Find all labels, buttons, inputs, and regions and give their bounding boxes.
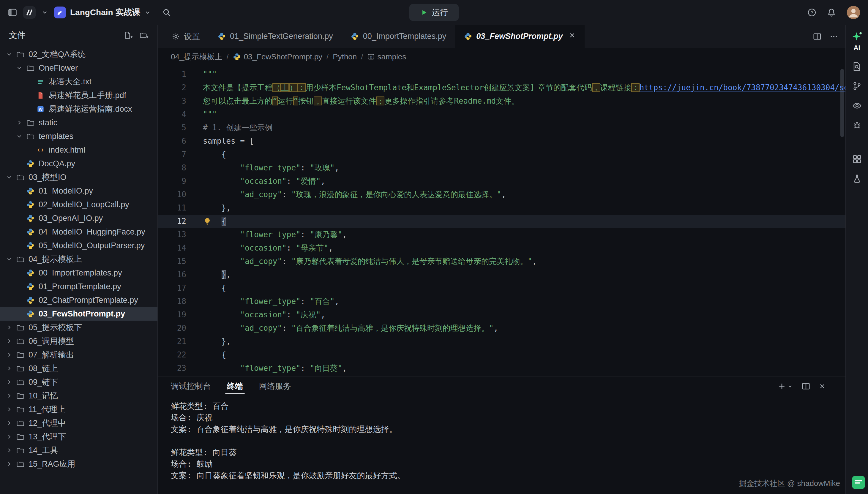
line-number[interactable]: 12 bbox=[158, 215, 191, 228]
tree-item[interactable]: W易速鲜花运营指南.docx bbox=[0, 102, 158, 116]
tree-item[interactable]: 09_链下 bbox=[0, 375, 158, 389]
source-control-icon[interactable] bbox=[852, 81, 862, 91]
tree-item[interactable]: 02_ChatPromptTemplate.py bbox=[0, 293, 158, 307]
code-line[interactable]: 17 { bbox=[158, 282, 845, 295]
line-number[interactable]: 17 bbox=[158, 282, 191, 295]
tree-item[interactable]: 04_提示模板上 bbox=[0, 252, 158, 266]
tree-item[interactable]: 01_ModelIO.py bbox=[0, 184, 158, 198]
line-number[interactable]: 14 bbox=[158, 241, 191, 255]
tree-item[interactable]: 14_工具 bbox=[0, 443, 158, 457]
split-panel-icon[interactable] bbox=[801, 382, 810, 391]
code-line[interactable]: 2本文件是【提示工程（上）：用少样本FewShotTemplate和Exampl… bbox=[158, 81, 845, 94]
line-number[interactable]: 21 bbox=[158, 335, 191, 348]
code-line[interactable]: 23 "flower_type": "向日葵", bbox=[158, 362, 845, 375]
code-line[interactable]: 6samples = [ bbox=[158, 134, 845, 148]
line-number[interactable]: 11 bbox=[158, 201, 191, 215]
code-line[interactable]: 7 { bbox=[158, 148, 845, 161]
line-number[interactable]: 8 bbox=[158, 161, 191, 174]
line-number[interactable]: 9 bbox=[158, 174, 191, 188]
line-number[interactable]: 13 bbox=[158, 228, 191, 241]
panel-toggle-icon[interactable] bbox=[8, 8, 17, 17]
tree-item[interactable]: 花语大全.txt bbox=[0, 75, 158, 89]
ai-assistant-button[interactable]: AI bbox=[851, 31, 863, 52]
code-line[interactable]: 16 }, bbox=[158, 268, 845, 282]
tree-item[interactable]: 02_文档QA系统 bbox=[0, 48, 158, 61]
tree-item[interactable]: 07_解析输出 bbox=[0, 348, 158, 362]
line-number[interactable]: 5 bbox=[158, 121, 191, 134]
code-line[interactable]: 9 "occasion": "爱情", bbox=[158, 174, 845, 188]
breadcrumb-item[interactable]: @samples bbox=[367, 52, 406, 61]
code-line[interactable]: 18 "flower_type": "百合", bbox=[158, 295, 845, 308]
user-avatar[interactable] bbox=[847, 6, 860, 19]
line-number[interactable]: 23 bbox=[158, 362, 191, 375]
tree-item[interactable]: index.html bbox=[0, 143, 158, 157]
breadcrumb-item[interactable]: 03_FewShotPrompt.py bbox=[233, 52, 322, 61]
code-line[interactable]: 14 "occasion": "母亲节", bbox=[158, 241, 845, 255]
code-line[interactable]: 12 { bbox=[158, 215, 845, 228]
line-number[interactable]: 18 bbox=[158, 295, 191, 308]
breadcrumb-item[interactable]: 04_提示模板上 bbox=[171, 52, 222, 62]
tree-item[interactable]: 03_模型IO bbox=[0, 170, 158, 184]
test-flask-icon[interactable] bbox=[852, 174, 862, 184]
tree-item[interactable]: 03_OpenAI_IO.py bbox=[0, 211, 158, 225]
project-switcher[interactable]: LangChain 实战课 bbox=[54, 6, 151, 18]
line-number[interactable]: 4 bbox=[158, 108, 191, 121]
tree-item[interactable]: DocQA.py bbox=[0, 157, 158, 170]
tree-item[interactable]: 10_记忆 bbox=[0, 389, 158, 402]
tree-item[interactable]: 00_ImportTemplates.py bbox=[0, 266, 158, 280]
breadcrumb-item[interactable]: Python bbox=[333, 52, 357, 61]
code-line[interactable]: 15 "ad_copy": "康乃馨代表着母爱的纯洁与伟大，是母亲节赠送给母亲的… bbox=[158, 255, 845, 268]
line-number[interactable]: 1 bbox=[158, 68, 191, 81]
line-number[interactable]: 20 bbox=[158, 322, 191, 335]
preview-eye-icon[interactable] bbox=[852, 101, 862, 111]
bell-icon[interactable] bbox=[827, 8, 836, 17]
tree-item[interactable]: templates bbox=[0, 130, 158, 143]
line-number[interactable]: 3 bbox=[158, 94, 191, 108]
tree-item[interactable]: 05_ModelIO_OutputParser.py bbox=[0, 239, 158, 252]
code-line[interactable]: 20 "ad_copy": "百合象征着纯洁与高雅，是你庆祝特殊时刻的理想选择。… bbox=[158, 322, 845, 335]
tab-01_SimpleTextGeneration.py[interactable]: 01_SimpleTextGeneration.py bbox=[209, 25, 342, 48]
tree-item[interactable]: 15_RAG应用 bbox=[0, 457, 158, 471]
code-line[interactable]: 3您可以点击最上方的“运行”按钮，直接运行该文件；更多操作指引请参考Readme… bbox=[158, 94, 845, 108]
tree-item[interactable]: 12_代理中 bbox=[0, 416, 158, 430]
add-terminal-button[interactable] bbox=[778, 382, 793, 391]
file-search-icon[interactable] bbox=[852, 62, 862, 71]
tab-03_FewShotPrompt.py[interactable]: 03_FewShotPrompt.py bbox=[455, 25, 585, 48]
tree-item[interactable]: 13_代理下 bbox=[0, 430, 158, 443]
tab-设置[interactable]: 设置 bbox=[163, 25, 209, 48]
code-line[interactable]: 5# 1. 创建一些示例 bbox=[158, 121, 845, 134]
tree-item[interactable]: 11_代理上 bbox=[0, 402, 158, 416]
line-number[interactable]: 2 bbox=[158, 81, 191, 94]
code-line[interactable]: 11 }, bbox=[158, 201, 845, 215]
panel-tab-终端[interactable]: 终端 bbox=[227, 377, 243, 396]
run-button[interactable]: 运行 bbox=[409, 4, 459, 21]
split-editor-icon[interactable] bbox=[813, 32, 821, 41]
debug-bug-icon[interactable] bbox=[852, 120, 862, 130]
tab-00_ImportTemplates.py[interactable]: 00_ImportTemplates.py bbox=[342, 25, 456, 48]
extensions-grid-icon[interactable] bbox=[852, 154, 862, 164]
new-file-icon[interactable] bbox=[124, 31, 133, 39]
new-folder-icon[interactable] bbox=[140, 31, 149, 39]
tree-item[interactable]: 04_ModelIO_HuggingFace.py bbox=[0, 225, 158, 239]
line-number[interactable]: 6 bbox=[158, 134, 191, 148]
code-line[interactable]: 22 { bbox=[158, 348, 845, 362]
tree-item[interactable]: static bbox=[0, 116, 158, 130]
code-line[interactable]: 19 "occasion": "庆祝", bbox=[158, 308, 845, 322]
tree-item[interactable]: 08_链上 bbox=[0, 362, 158, 375]
panel-tab-调试控制台[interactable]: 调试控制台 bbox=[171, 377, 211, 396]
line-number[interactable]: 19 bbox=[158, 308, 191, 322]
close-icon[interactable] bbox=[819, 383, 826, 390]
line-number[interactable]: 22 bbox=[158, 348, 191, 362]
tree-item[interactable]: 易速鲜花员工手册.pdf bbox=[0, 89, 158, 102]
chevron-down-icon[interactable] bbox=[42, 9, 48, 16]
line-number[interactable]: 16 bbox=[158, 268, 191, 282]
code-line[interactable]: 21 }, bbox=[158, 335, 845, 348]
chat-widget-icon[interactable] bbox=[852, 476, 865, 491]
help-icon[interactable]: ? bbox=[807, 8, 816, 17]
code-line[interactable]: 1""" bbox=[158, 68, 845, 81]
tree-item[interactable]: 02_ModelIO_LoopCall.py bbox=[0, 198, 158, 211]
close-icon[interactable] bbox=[569, 32, 576, 41]
app-logo[interactable] bbox=[23, 6, 36, 19]
code-line[interactable]: 10 "ad_copy": "玫瑰，浪漫的象征，是你向心爱的人表达爱意的最佳选择… bbox=[158, 188, 845, 201]
tree-item[interactable]: 03_FewShotPrompt.py bbox=[0, 307, 158, 321]
